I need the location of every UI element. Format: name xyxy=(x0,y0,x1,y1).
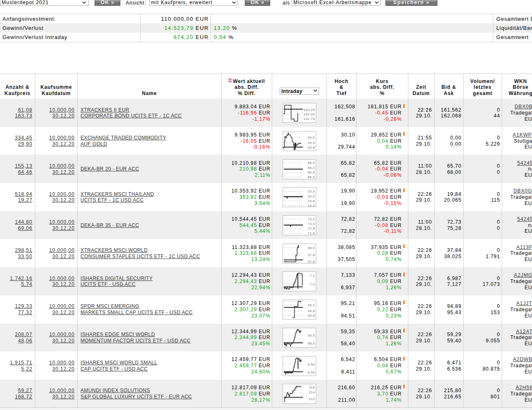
svg-text:161,75: 161,75 xyxy=(304,117,315,121)
svg-text:212: 212 xyxy=(309,397,315,401)
svg-text:162,25: 162,25 xyxy=(304,108,315,112)
svg-text:7,0: 7,0 xyxy=(310,283,315,286)
svg-text:214: 214 xyxy=(309,391,315,395)
svg-text:6,50: 6,50 xyxy=(307,362,315,366)
svg-text:72,5: 72,5 xyxy=(307,227,315,230)
svg-text:73,0: 73,0 xyxy=(307,222,315,226)
svg-text:29,8: 29,8 xyxy=(307,146,315,149)
svg-text:73,5: 73,5 xyxy=(307,217,315,221)
svg-text:72,0: 72,0 xyxy=(307,232,315,235)
svg-text:19,0: 19,0 xyxy=(307,204,315,207)
svg-text:20,5: 20,5 xyxy=(307,190,315,194)
svg-text:94,6: 94,6 xyxy=(307,314,315,317)
svg-text:30,0: 30,0 xyxy=(307,136,315,139)
svg-text:65,0: 65,0 xyxy=(307,175,315,179)
svg-text:6,45: 6,45 xyxy=(307,370,315,374)
svg-text:162,00: 162,00 xyxy=(304,112,315,116)
svg-text:37,8: 37,8 xyxy=(307,253,315,257)
svg-text:59,0: 59,0 xyxy=(307,334,315,337)
svg-text:58,5: 58,5 xyxy=(307,342,315,345)
svg-text:66,5: 66,5 xyxy=(307,161,315,165)
svg-text:94,8: 94,8 xyxy=(307,309,315,313)
svg-text:7,1: 7,1 xyxy=(310,274,315,278)
svg-text:19,5: 19,5 xyxy=(307,199,315,203)
svg-text:66,0: 66,0 xyxy=(307,166,315,170)
svg-text:95,0: 95,0 xyxy=(307,303,315,307)
svg-text:37,6: 37,6 xyxy=(307,260,315,264)
svg-text:38,0: 38,0 xyxy=(307,246,315,250)
svg-text:216: 216 xyxy=(309,386,315,389)
svg-text:29,9: 29,9 xyxy=(307,141,315,145)
svg-text:20,0: 20,0 xyxy=(307,195,315,198)
svg-text:65,5: 65,5 xyxy=(307,171,315,174)
